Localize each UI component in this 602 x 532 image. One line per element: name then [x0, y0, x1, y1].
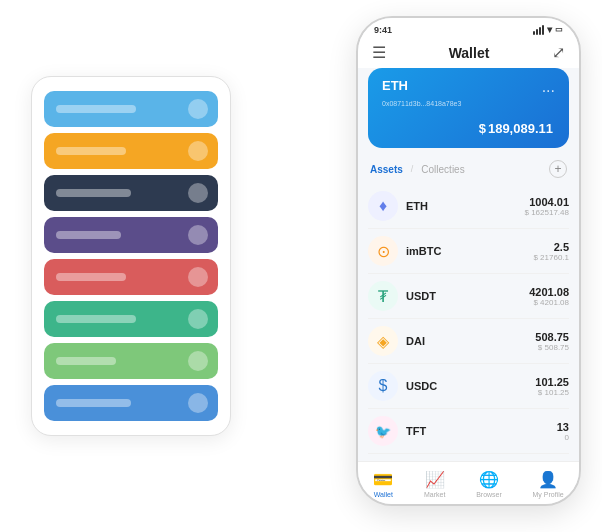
asset-amounts-dai: 508.75 $ 508.75	[535, 331, 569, 352]
asset-amounts-eth: 1004.01 $ 162517.48	[525, 196, 570, 217]
eth-card[interactable]: ETH ... 0x08711d3b...8418a78e3 $189,089.…	[368, 68, 569, 148]
eth-address: 0x08711d3b...8418a78e3	[382, 100, 555, 107]
nav-bar: ☰ Wallet ⤢	[358, 37, 579, 68]
card-item-4[interactable]	[44, 259, 218, 295]
bottom-nav-icon-2: 🌐	[479, 470, 499, 489]
asset-amount-tft: 13	[557, 421, 569, 433]
card-item-2[interactable]	[44, 175, 218, 211]
bottom-nav-label-3: My Profile	[533, 491, 564, 498]
asset-icon-usdt: ₮	[368, 281, 398, 311]
asset-amount-eth: 1004.01	[525, 196, 570, 208]
asset-icon-usdc: $	[368, 371, 398, 401]
asset-icon-dai: ◈	[368, 326, 398, 356]
card-item-5[interactable]	[44, 301, 218, 337]
asset-name-tft: TFT	[406, 425, 557, 437]
asset-icon-tft: 🐦	[368, 416, 398, 446]
card-item-7[interactable]	[44, 385, 218, 421]
asset-amount-dai: 508.75	[535, 331, 569, 343]
asset-amounts-imbtc: 2.5 $ 21760.1	[533, 241, 569, 262]
bottom-nav-icon-3: 👤	[538, 470, 558, 489]
assets-header: Assets / Collecties +	[358, 156, 579, 184]
page-title: Wallet	[449, 45, 490, 61]
eth-balance: $189,089.11	[382, 115, 555, 138]
status-bar: 9:41 ▾ ▭	[358, 18, 579, 37]
status-icons: ▾ ▭	[533, 24, 563, 35]
eth-card-label: ETH	[382, 78, 408, 93]
asset-usd-usdt: $ 4201.08	[529, 298, 569, 307]
asset-amounts-usdc: 101.25 $ 101.25	[535, 376, 569, 397]
asset-list: ♦ ETH 1004.01 $ 162517.48 ⊙ imBTC 2.5 $ …	[358, 184, 579, 461]
asset-name-usdc: USDC	[406, 380, 535, 392]
status-time: 9:41	[374, 25, 392, 35]
tab-collecties[interactable]: Collecties	[421, 164, 464, 175]
eth-balance-value: 189,089.11	[488, 121, 553, 136]
asset-amounts-usdt: 4201.08 $ 4201.08	[529, 286, 569, 307]
asset-name-usdt: USDT	[406, 290, 529, 302]
battery-icon: ▭	[555, 25, 563, 34]
card-item-1[interactable]	[44, 133, 218, 169]
bottom-nav-label-0: Wallet	[374, 491, 393, 498]
asset-name-dai: DAI	[406, 335, 535, 347]
bottom-nav-label-2: Browser	[476, 491, 502, 498]
bottom-nav-icon-1: 📈	[425, 470, 445, 489]
asset-amounts-tft: 13 0	[557, 421, 569, 442]
card-item-6[interactable]	[44, 343, 218, 379]
bottom-nav-label-1: Market	[424, 491, 445, 498]
asset-row-usdc[interactable]: $ USDC 101.25 $ 101.25	[368, 364, 569, 409]
phone-mockup: 9:41 ▾ ▭ ☰ Wallet ⤢	[356, 16, 581, 506]
asset-icon-eth: ♦	[368, 191, 398, 221]
asset-usd-usdc: $ 101.25	[535, 388, 569, 397]
asset-row-imbtc[interactable]: ⊙ imBTC 2.5 $ 21760.1	[368, 229, 569, 274]
expand-icon[interactable]: ⤢	[552, 43, 565, 62]
card-item-3[interactable]	[44, 217, 218, 253]
bottom-nav: 💳 Wallet 📈 Market 🌐 Browser 👤 My Profile	[358, 461, 579, 504]
asset-amount-usdt: 4201.08	[529, 286, 569, 298]
bottom-nav-my-profile[interactable]: 👤 My Profile	[533, 470, 564, 498]
menu-icon[interactable]: ☰	[372, 43, 386, 62]
asset-name-eth: ETH	[406, 200, 525, 212]
asset-usd-eth: $ 162517.48	[525, 208, 570, 217]
asset-amount-usdc: 101.25	[535, 376, 569, 388]
asset-usd-dai: $ 508.75	[535, 343, 569, 352]
asset-row-tft[interactable]: 🐦 TFT 13 0	[368, 409, 569, 454]
asset-usd-imbtc: $ 21760.1	[533, 253, 569, 262]
card-stack	[31, 76, 231, 436]
bottom-nav-market[interactable]: 📈 Market	[424, 470, 445, 498]
tab-assets[interactable]: Assets	[370, 164, 403, 175]
card-item-0[interactable]	[44, 91, 218, 127]
asset-amount-imbtc: 2.5	[533, 241, 569, 253]
bottom-nav-wallet[interactable]: 💳 Wallet	[373, 470, 393, 498]
asset-row-usdt[interactable]: ₮ USDT 4201.08 $ 4201.08	[368, 274, 569, 319]
tab-separator: /	[411, 164, 414, 174]
asset-usd-tft: 0	[557, 433, 569, 442]
asset-row-dai[interactable]: ◈ DAI 508.75 $ 508.75	[368, 319, 569, 364]
eth-balance-symbol: $	[479, 121, 486, 136]
bottom-nav-icon-0: 💳	[373, 470, 393, 489]
signal-icon	[533, 25, 544, 35]
bottom-nav-browser[interactable]: 🌐 Browser	[476, 470, 502, 498]
wifi-icon: ▾	[547, 24, 552, 35]
eth-card-menu[interactable]: ...	[542, 78, 555, 96]
main-scene: 9:41 ▾ ▭ ☰ Wallet ⤢	[21, 16, 581, 516]
asset-row-eth[interactable]: ♦ ETH 1004.01 $ 162517.48	[368, 184, 569, 229]
add-asset-button[interactable]: +	[549, 160, 567, 178]
asset-icon-imbtc: ⊙	[368, 236, 398, 266]
asset-name-imbtc: imBTC	[406, 245, 533, 257]
